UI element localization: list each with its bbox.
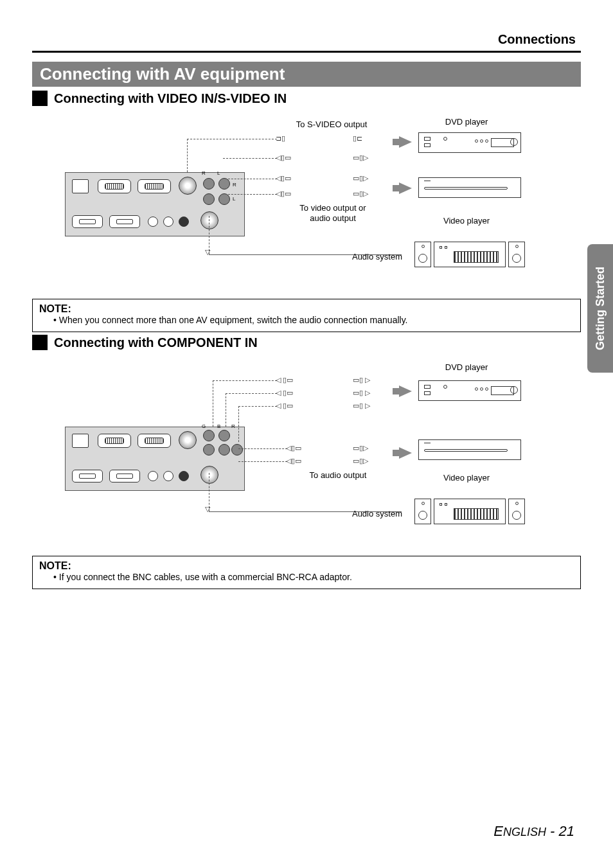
dvd-player-label: DVD player: [425, 362, 508, 373]
mini-jack: [163, 217, 173, 227]
side-tab-getting-started: Getting Started: [587, 244, 613, 373]
note-bullet: • When you connect more than one AV equi…: [53, 315, 574, 325]
plug-icon: ▭▯ ▷: [353, 376, 370, 384]
video-player-label: Video player: [425, 216, 508, 226]
plug-icon: ◁▯▭: [286, 444, 301, 452]
plug-icon: ▽: [205, 248, 210, 256]
plug-icon: ⊐▯: [276, 134, 285, 143]
plug-icon: ◁ ▯▭: [276, 376, 293, 384]
cable-line: [226, 393, 277, 394]
mini-jack: [179, 217, 189, 227]
footer-sep: -: [546, 823, 559, 839]
subheading-text: Connecting with COMPONENT IN: [54, 335, 258, 350]
cable-line: [228, 194, 277, 195]
serial-port: [72, 470, 103, 483]
dvd-player-icon: [418, 132, 521, 153]
rca-jack: [203, 178, 215, 190]
note-text: When you connect more than one AV equipm…: [59, 315, 408, 325]
svideo-jack: [179, 431, 197, 449]
cable-line: [238, 406, 239, 442]
plug-icon: ◁ ▯▭: [276, 389, 293, 397]
footer-page-number: 21: [559, 823, 574, 839]
header-rule: [32, 51, 581, 53]
plug-icon: ▭▯▷: [353, 444, 368, 452]
plug-icon: ◁▯▭: [276, 190, 291, 198]
cable-line: [187, 139, 277, 139]
speaker-icon: [508, 499, 525, 524]
cable-line: [187, 139, 188, 172]
svideo-output-label: To S-VIDEO output: [290, 120, 373, 130]
arrow-icon: [399, 385, 412, 397]
audio-output-label: To audio output: [303, 470, 373, 481]
video-audio-output-label: To video output or audio output: [291, 203, 375, 223]
arrow-icon: [399, 447, 412, 459]
cable-line: [226, 393, 226, 427]
variable-out-jack: [200, 211, 218, 229]
dvd-player-label: DVD player: [425, 117, 508, 127]
video-player-label: Video player: [425, 473, 508, 483]
page-footer: ENGLISH - 21: [493, 823, 574, 840]
diagram-svideo: R L R L ⊐▯ ◁▯▭ ◁▯▭: [32, 112, 581, 292]
dvd-player-icon: [418, 380, 521, 401]
cable-line: [223, 158, 277, 159]
note-title: NOTE:: [39, 303, 574, 315]
rca-jack: [218, 178, 230, 190]
speaker-icon: [414, 499, 431, 524]
projector-panel: G B R: [65, 427, 245, 491]
rca-jack: [218, 193, 230, 205]
plug-icon: ◁▯▭: [276, 174, 291, 182]
note-box: NOTE: • If you connect the BNC cables, u…: [32, 556, 581, 589]
audio-system-label: Audio system: [345, 252, 409, 262]
audio-system-icon: [434, 499, 506, 524]
page-title-bar: Connecting with AV equipment: [32, 62, 581, 87]
plug-icon: ▭▯▷: [353, 154, 368, 162]
note-bullet: • If you connect the BNC cables, use wit…: [53, 572, 574, 582]
port-letter: G: [202, 423, 206, 430]
serial-port: [72, 215, 103, 228]
note-title: NOTE:: [39, 560, 574, 572]
speaker-icon: [508, 242, 525, 267]
power-port: [72, 434, 89, 448]
vga-port: [98, 434, 131, 448]
plug-icon: ◁ ▯▭: [276, 402, 293, 410]
port-letter: L: [217, 170, 220, 177]
vga-port-2: [138, 434, 171, 448]
serial-port-2: [109, 470, 140, 483]
arrow-icon: [399, 182, 412, 194]
audio-system-label: Audio system: [345, 509, 409, 519]
port-letter: B: [217, 423, 220, 430]
speaker-icon: [414, 242, 431, 267]
component-jack-y: [203, 430, 215, 441]
vga-port: [98, 179, 131, 193]
bullet-icon: [32, 335, 48, 350]
mini-jack: [148, 217, 158, 227]
port-letter: R: [202, 170, 206, 177]
video-player-icon: [418, 177, 521, 198]
plug-icon: ◁▯▭: [276, 154, 291, 162]
note-text: If you connect the BNC cables, use with …: [59, 572, 352, 582]
arrow-icon: [399, 136, 412, 148]
footer-lang-initial: E: [493, 823, 503, 839]
audio-jack: [231, 444, 243, 456]
subheading-text: Connecting with VIDEO IN/S-VIDEO IN: [54, 91, 287, 106]
audio-jack: [218, 444, 230, 456]
cable-line: [238, 461, 287, 462]
plug-icon: ▭▯▷: [353, 457, 368, 465]
subheading-video-svideo: Connecting with VIDEO IN/S-VIDEO IN: [32, 91, 581, 106]
footer-lang-rest: NGLISH: [503, 826, 546, 838]
plug-icon: ▽: [205, 505, 210, 513]
cable-line: [238, 448, 287, 449]
diagram-component: G B R ◁ ▯▭ ◁ ▯▭ ◁ ▯▭ ▭▯ ▷ ▭: [32, 357, 581, 549]
plug-icon: ▭▯▷: [353, 190, 368, 198]
plug-icon: ▭▯ ▷: [353, 402, 370, 410]
section-header: Connections: [32, 32, 581, 47]
port-letter: L: [233, 196, 235, 202]
serial-port-2: [109, 215, 140, 228]
component-jack-pb: [218, 430, 230, 441]
audio-system-icon: [434, 242, 506, 267]
cable-line: [213, 380, 213, 427]
cable-line: [228, 179, 277, 179]
vga-port-2: [138, 179, 171, 193]
plug-icon: ▭▯ ▷: [353, 389, 370, 397]
svideo-jack: [179, 177, 197, 195]
